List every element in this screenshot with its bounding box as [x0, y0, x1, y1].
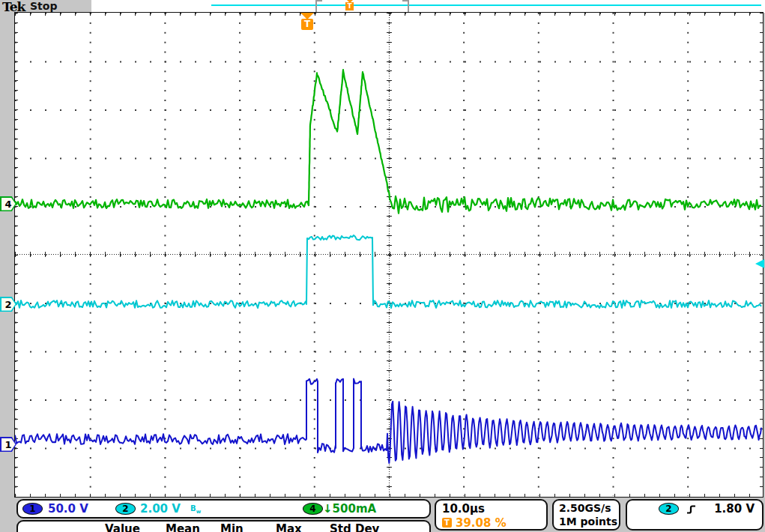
ch2-bandwidth-icon: Bw: [190, 504, 201, 515]
waveform-traces: [15, 13, 762, 496]
sample-rate: 2.50GS/s: [559, 502, 611, 514]
trigger-source-badge: 2: [659, 503, 679, 515]
trigger-position-readout: 39.08 %: [456, 516, 507, 530]
acquisition-box: 2.50GS/s 1M points: [552, 499, 620, 531]
ch1-badge: 1: [22, 503, 43, 515]
col-value: Value: [105, 522, 140, 532]
record-length: 1M points: [559, 516, 617, 528]
measurement-header-box: Value Mean Min Max Std Dev: [16, 520, 431, 532]
ch4-badge: 4: [303, 503, 323, 515]
channel-readout-box: 1 50.0 V 2 2.00 V Bw 4 ↓500mA: [16, 499, 431, 519]
horizontal-settings-box: 10.0µs T 39.08 %: [435, 499, 548, 531]
record-overview-line: [211, 4, 761, 6]
col-stddev: Std Dev: [330, 522, 379, 532]
ch2-scale: 2.00 V: [140, 502, 181, 516]
col-max: Max: [276, 522, 302, 532]
rising-edge-icon: [686, 504, 698, 516]
trigger-position-icon: T: [442, 518, 452, 528]
overview-trigger-icon: T: [345, 0, 354, 11]
acquisition-status: Stop: [30, 0, 57, 12]
oscilloscope-screen: { "header": { "brand": "Tek", "acq_statu…: [0, 0, 765, 532]
ch1-scale: 50.0 V: [48, 502, 88, 516]
ch2-badge: 2: [115, 503, 136, 515]
trigger-settings-box: 2 1.80 V: [626, 499, 764, 531]
timebase-scale: 10.0µs: [442, 502, 485, 516]
trigger-level-readout: 1.80 V: [714, 502, 755, 516]
ch4-scale: ↓500mA: [323, 502, 376, 516]
trigger-level-arrow-icon: [755, 259, 764, 268]
trigger-position-marker: T: [300, 13, 315, 31]
col-min: Min: [220, 522, 244, 532]
top-status-strip: Tek Stop T: [0, 0, 765, 13]
col-mean: Mean: [166, 522, 200, 532]
graticule: [14, 12, 764, 498]
